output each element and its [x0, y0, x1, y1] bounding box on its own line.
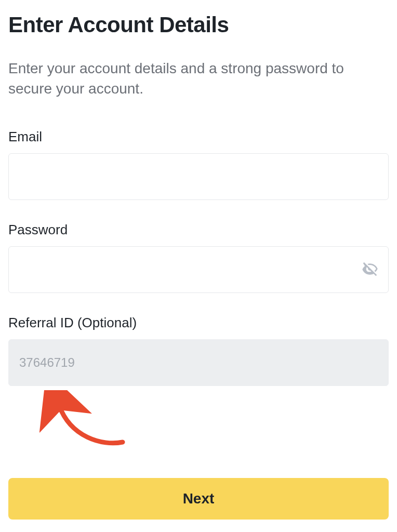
annotation-arrow — [8, 390, 389, 453]
referral-field[interactable] — [8, 339, 389, 386]
referral-input-wrap — [8, 339, 389, 386]
referral-label: Referral ID (Optional) — [8, 315, 389, 331]
eye-off-icon — [362, 261, 378, 279]
password-label: Password — [8, 222, 389, 238]
email-field[interactable] — [8, 153, 389, 200]
account-details-form: Enter Account Details Enter your account… — [0, 0, 397, 532]
email-input-wrap — [8, 153, 389, 200]
next-button[interactable]: Next — [8, 478, 389, 520]
spacer — [8, 453, 389, 478]
referral-group: Referral ID (Optional) — [8, 315, 389, 386]
password-input-wrap — [8, 246, 389, 293]
password-group: Password — [8, 222, 389, 293]
page-title: Enter Account Details — [8, 12, 389, 37]
password-field[interactable] — [8, 246, 389, 293]
toggle-password-visibility-button[interactable] — [361, 260, 379, 279]
email-group: Email — [8, 129, 389, 200]
email-label: Email — [8, 129, 389, 145]
page-subtitle: Enter your account details and a strong … — [8, 58, 389, 99]
